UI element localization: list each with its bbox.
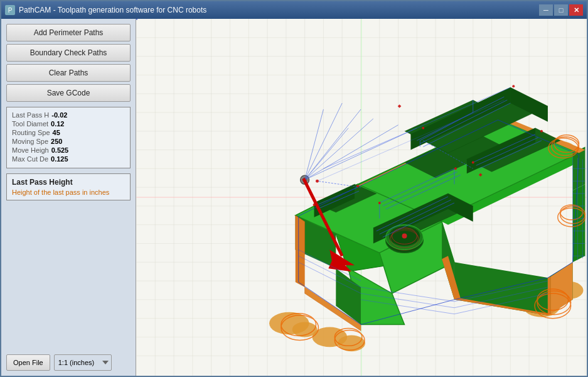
moving-spe-label: Moving Spe xyxy=(12,138,48,145)
move-height-label: Move Heigh xyxy=(12,146,49,154)
svg-point-100 xyxy=(512,85,515,87)
params-box: Last Pass H -0.02 Tool Diamet 0.12 Routi… xyxy=(6,107,131,168)
svg-point-102 xyxy=(540,130,543,133)
svg-rect-97 xyxy=(137,19,137,19)
main-content: Add Perimeter Paths Boundary Check Paths… xyxy=(1,19,587,376)
viewport-svg xyxy=(136,19,587,376)
moving-spe-row: Moving Spe 250 xyxy=(12,138,125,145)
svg-marker-69 xyxy=(296,216,305,255)
tool-diam-row: Tool Diamet 0.12 xyxy=(12,120,125,128)
close-button[interactable]: ✕ xyxy=(569,4,583,16)
svg-marker-70 xyxy=(296,249,305,287)
clear-paths-button[interactable]: Clear Paths xyxy=(6,64,131,82)
last-pass-label: Last Pass H xyxy=(12,111,49,119)
routing-spe-label: Routing Spe xyxy=(12,129,50,136)
svg-point-103 xyxy=(378,202,381,204)
boundary-check-button[interactable]: Boundary Check Paths xyxy=(6,44,131,62)
save-gcode-button[interactable]: Save GCode xyxy=(6,84,131,102)
3d-viewport[interactable] xyxy=(136,19,587,376)
svg-point-99 xyxy=(422,127,424,129)
unit-selector[interactable]: 1:1 (inches)1:1 (mm)1:10 (inches) xyxy=(54,354,112,371)
svg-point-106 xyxy=(356,185,359,187)
app-icon: P xyxy=(5,5,15,15)
max-cut-row: Max Cut De 0.125 xyxy=(12,155,125,163)
open-file-button[interactable]: Open File xyxy=(6,354,50,371)
moving-spe-value: 250 xyxy=(51,138,62,145)
tool-diam-label: Tool Diamet xyxy=(12,120,48,128)
minimize-button[interactable]: ─ xyxy=(539,4,553,16)
max-cut-value: 0.125 xyxy=(51,155,68,163)
bottom-controls: Open File 1:1 (inches)1:1 (mm)1:10 (inch… xyxy=(6,349,131,371)
tooltip-title: Last Pass Height xyxy=(12,178,125,187)
move-height-row: Move Heigh 0.525 xyxy=(12,146,125,154)
left-panel: Add Perimeter Paths Boundary Check Paths… xyxy=(1,19,136,376)
routing-spe-value: 45 xyxy=(53,129,60,136)
main-window: P PathCAM - Toolpath generation software… xyxy=(0,0,588,377)
svg-point-101 xyxy=(472,161,474,163)
max-cut-label: Max Cut De xyxy=(12,155,48,163)
last-pass-row: Last Pass H -0.02 xyxy=(12,111,125,119)
svg-point-98 xyxy=(316,180,319,183)
tooltip-box: Last Pass Height Height of the last pass… xyxy=(6,173,131,200)
svg-point-96 xyxy=(402,234,407,239)
last-pass-value: -0.02 xyxy=(51,111,67,119)
svg-point-104 xyxy=(454,167,457,170)
tooltip-description: Height of the last pass in inches xyxy=(12,188,125,196)
tool-diam-value: 0.12 xyxy=(51,120,64,128)
add-perimeter-button[interactable]: Add Perimeter Paths xyxy=(6,24,131,41)
maximize-button[interactable]: □ xyxy=(554,4,568,16)
title-bar: P PathCAM - Toolpath generation software… xyxy=(1,1,587,19)
move-height-value: 0.525 xyxy=(51,146,69,154)
window-title: PathCAM - Toolpath generation software f… xyxy=(19,6,535,14)
routing-spe-row: Routing Spe 45 xyxy=(12,129,125,136)
window-controls: ─ □ ✕ xyxy=(539,4,583,16)
